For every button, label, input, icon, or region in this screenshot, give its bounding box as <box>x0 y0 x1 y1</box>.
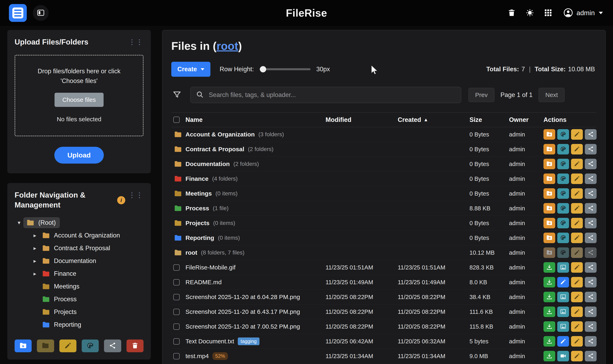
tree-caret-icon[interactable]: ▾ <box>14 220 24 226</box>
share-action[interactable] <box>585 129 597 140</box>
layout-toggle-button[interactable] <box>33 5 49 21</box>
tree-item-projects[interactable]: Projects <box>14 305 143 318</box>
column-header-actions[interactable]: Actions <box>543 116 597 123</box>
rename-action[interactable] <box>571 188 583 199</box>
tree-item-contract-proposal[interactable]: ▸Contract & Proposal <box>14 242 143 254</box>
preview-action[interactable] <box>557 262 569 273</box>
row-checkbox[interactable] <box>173 309 180 315</box>
share-action[interactable] <box>585 321 597 332</box>
item-name[interactable]: Projects <box>185 220 209 227</box>
share-action[interactable] <box>585 233 597 243</box>
row-checkbox[interactable] <box>173 324 180 330</box>
color-tag-action[interactable] <box>557 203 569 214</box>
folder-color-button[interactable] <box>82 339 99 352</box>
item-name[interactable]: Process <box>185 205 209 212</box>
choose-files-button[interactable]: Choose files <box>55 93 103 107</box>
share-action[interactable] <box>585 188 597 199</box>
download-action[interactable] <box>543 336 555 347</box>
row-checkbox[interactable] <box>173 264 180 271</box>
move-folder-action[interactable] <box>543 129 555 140</box>
folder-row-reporting[interactable]: Reporting(0 items)0 Bytesadmin <box>171 231 597 245</box>
rename-action[interactable] <box>571 203 583 214</box>
share-action[interactable] <box>585 173 597 184</box>
item-name[interactable]: Account & Organization <box>185 131 255 138</box>
move-folder-button[interactable] <box>37 339 54 352</box>
tree-caret-icon[interactable]: ▸ <box>30 258 39 264</box>
prev-page-button[interactable]: Prev <box>468 88 494 102</box>
item-name[interactable]: README.md <box>185 279 222 286</box>
file-row-screenshot-2025-11-20-at-6-43-17-pm-png[interactable]: Screenshot 2025-11-20 at 6.43.17 PM.png1… <box>171 304 597 319</box>
tree-item-finance[interactable]: ▸Finance <box>14 267 143 280</box>
share-action[interactable] <box>585 307 597 317</box>
download-action[interactable] <box>543 321 555 332</box>
row-checkbox[interactable] <box>173 353 180 359</box>
preview-action[interactable] <box>557 292 569 302</box>
item-name[interactable]: Screenshot 2025-11-20 at 6.43.17 PM.png <box>185 308 300 315</box>
column-header-name[interactable]: Name <box>185 116 326 123</box>
rename-action[interactable] <box>571 218 583 228</box>
item-name[interactable]: Screenshot 2025-11-20 at 7.00.52 PM.png <box>185 323 300 330</box>
folder-row-contract-proposal[interactable]: Contract & Proposal(2 folders)0 Bytesadm… <box>171 142 597 157</box>
user-menu[interactable]: admin <box>562 8 604 19</box>
file-row-filerise-mobile-gif[interactable]: FileRise-Mobile.gif11/23/25 01:51AM11/23… <box>171 260 597 275</box>
row-checkbox[interactable] <box>173 279 180 286</box>
share-folder-button[interactable] <box>104 339 121 352</box>
play-action[interactable] <box>557 351 569 361</box>
color-tag-action[interactable] <box>557 144 569 155</box>
folder-row-projects[interactable]: Projects(0 items)0 Bytesadmin <box>171 216 597 231</box>
item-name[interactable]: Text Document.txt <box>185 338 234 345</box>
preview-action[interactable] <box>557 307 569 317</box>
share-action[interactable] <box>585 247 597 258</box>
root-folder-link[interactable]: root <box>217 40 238 52</box>
share-action[interactable] <box>585 218 597 228</box>
share-action[interactable] <box>585 262 597 273</box>
color-tag-action[interactable] <box>557 173 569 184</box>
rename-action[interactable] <box>571 129 583 140</box>
tree-item-process[interactable]: Process <box>14 293 143 305</box>
share-action[interactable] <box>585 203 597 214</box>
file-row-text-document-txt[interactable]: Text Document.txttagging11/20/25 06:42AM… <box>171 334 597 349</box>
download-action[interactable] <box>543 262 555 273</box>
rename-action[interactable] <box>571 277 583 287</box>
tree-caret-icon[interactable]: ▸ <box>30 271 39 277</box>
color-tag-action[interactable] <box>557 188 569 199</box>
dropzone[interactable]: Drop files/folders here or click 'Choose… <box>14 55 143 136</box>
rename-action[interactable] <box>571 321 583 332</box>
download-action[interactable] <box>543 351 555 361</box>
upload-button[interactable]: Upload <box>54 147 104 164</box>
color-tag-action[interactable] <box>557 247 569 258</box>
share-action[interactable] <box>585 144 597 155</box>
share-action[interactable] <box>585 159 597 169</box>
rename-action[interactable] <box>571 173 583 184</box>
move-folder-action[interactable] <box>543 203 555 214</box>
column-header-owner[interactable]: Owner <box>509 116 543 123</box>
create-folder-button[interactable] <box>14 339 32 352</box>
folder-row-finance[interactable]: Finance(4 folders)0 Bytesadmin <box>171 171 597 186</box>
column-header-size[interactable]: Size <box>470 116 509 123</box>
item-name[interactable]: test.mp4 <box>185 353 209 360</box>
move-folder-action[interactable] <box>543 247 555 258</box>
item-name[interactable]: Finance <box>185 175 209 182</box>
search-input[interactable] <box>209 91 456 99</box>
folder-row-account-organization[interactable]: Account & Organization(3 folders)0 Bytes… <box>171 127 597 142</box>
tree-item-root[interactable]: ▾(Root) <box>14 216 143 229</box>
item-name[interactable]: Meetings <box>185 190 212 197</box>
column-header-created[interactable]: Created▲ <box>398 116 470 123</box>
file-row-readme-md[interactable]: README.md11/23/25 01:49AM11/23/25 01:49A… <box>171 275 597 290</box>
slider-thumb[interactable] <box>260 66 266 72</box>
item-name[interactable]: FileRise-Mobile.gif <box>185 264 236 271</box>
main-menu-button[interactable] <box>9 4 27 22</box>
select-all-checkbox[interactable] <box>173 117 180 123</box>
share-action[interactable] <box>585 292 597 302</box>
item-name[interactable]: Reporting <box>185 234 214 241</box>
move-folder-action[interactable] <box>543 188 555 199</box>
move-folder-action[interactable] <box>543 159 555 169</box>
rename-action[interactable] <box>571 262 583 273</box>
share-action[interactable] <box>585 351 597 361</box>
row-height-slider[interactable] <box>260 68 311 70</box>
rename-action[interactable] <box>571 247 583 258</box>
trash-button[interactable] <box>507 8 516 18</box>
download-action[interactable] <box>543 292 555 302</box>
share-action[interactable] <box>585 277 597 287</box>
item-name[interactable]: Documentation <box>185 161 230 168</box>
